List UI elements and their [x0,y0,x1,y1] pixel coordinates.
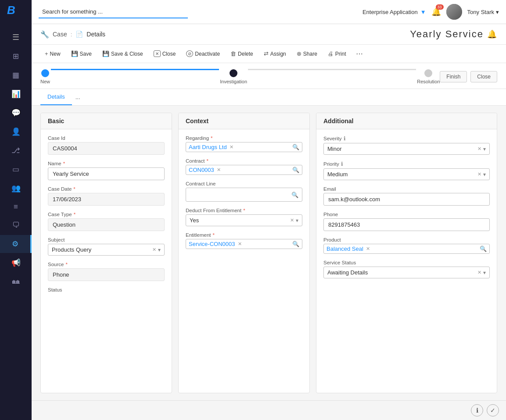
shield-bottom-icon[interactable]: ✓ [487,404,499,416]
case-id-field: Case Id CAS0004 [48,135,165,155]
contract-remove-icon[interactable]: ✕ [217,167,221,173]
form-area: Basic Case Id CAS0004 Name * [32,106,506,400]
app-logo[interactable]: B [7,4,25,22]
delete-button[interactable]: 🗑 Delete [226,48,258,59]
deactivate-button[interactable]: ⊘ Deactivate [182,48,224,59]
sidebar-item-reports[interactable]: 📊 [0,85,32,103]
deduct-clear-icon[interactable]: ✕ [290,217,294,223]
save-close-label: Save & Close [111,51,143,57]
entitlement-input[interactable]: Service-CON0003 ✕ 🔍 [186,239,302,249]
sidebar-item-settings[interactable]: ⚙ [0,235,32,253]
severity-select[interactable]: Minor ✕ ▾ [323,143,490,155]
product-input[interactable]: Balanced Seal ✕ 🔍 [323,244,490,254]
sidebar-item-dashboard[interactable]: ⊞ [0,47,32,65]
entitlement-search-icon[interactable]: 🔍 [292,241,299,247]
subject-clear-icon[interactable]: ✕ [152,247,156,253]
sidebar-item-list[interactable]: ≡ [0,198,32,216]
contract-input[interactable]: CON0003 ✕ 🔍 [186,165,302,175]
assign-button[interactable]: ⇄ Assign [259,48,291,59]
breadcrumb-view[interactable]: Details [86,31,105,38]
step-resolution[interactable]: Resolution [417,69,440,84]
name-field: Name * [48,161,165,180]
name-label: Name * [48,161,165,166]
severity-arrow-icon[interactable]: ▾ [483,146,486,152]
user-dropdown-arrow: ▾ [496,9,499,15]
info-bottom-icon[interactable]: ℹ [471,404,483,416]
app-selector[interactable]: Enterprise Application ▼ [362,9,426,15]
user-name[interactable]: Tony Stark ▾ [467,9,499,15]
product-tag: Balanced Seal ✕ [327,246,370,252]
phone-input[interactable] [323,218,490,231]
service-status-select[interactable]: Awaiting Details ✕ ▾ [323,267,490,278]
name-input[interactable] [48,167,165,180]
contract-search-icon[interactable]: 🔍 [292,167,299,173]
sidebar-item-team[interactable]: 👥 [0,179,32,197]
tab-more[interactable]: ... [72,89,84,105]
save-close-button[interactable]: 💾 Save & Close [98,48,147,59]
sidebar-item-people[interactable]: 🏘 [0,273,32,290]
status-label: Status [48,287,165,292]
contract-line-search-icon[interactable]: 🔍 [291,192,298,198]
sidebar-item-chat[interactable]: 💬 [0,104,32,122]
priority-clear-icon[interactable]: ✕ [477,171,481,177]
contract-line-input[interactable]: 🔍 [186,188,302,202]
step-investigation[interactable]: Investigation [220,69,247,84]
subject-select[interactable]: Products Query ✕ ▾ [48,244,165,256]
severity-info-icon[interactable]: ℹ [344,135,346,142]
priority-arrow-icon[interactable]: ▾ [483,171,486,178]
sidebar-item-user[interactable]: 👤 [0,123,32,141]
step-new[interactable]: New [40,69,50,84]
priority-value: Medium [327,171,477,178]
toolbar: + New 💾 Save 💾 Save & Close ✕ Close ⊘ [32,45,506,63]
priority-info-icon[interactable]: ℹ [341,161,343,167]
hamburger-menu-icon[interactable]: ☰ [0,29,32,46]
sidebar-item-git[interactable]: ⎇ [0,142,32,160]
subject-arrow-icon[interactable]: ▾ [158,247,161,253]
title-bar: 🔧 Case : 📄 Details Yearly Service 🔔 [32,24,506,45]
contract-line-label: Contract Line [186,181,302,186]
search-container [39,6,188,18]
contract-field: Contract * CON0003 ✕ 🔍 [186,158,302,175]
source-field: Source * Phone [48,262,165,281]
close-progress-button[interactable]: Close [470,71,497,82]
breadcrumb-entity: Case [53,31,67,38]
app-selector-label: Enterprise Application [362,9,418,15]
sidebar-item-wallet[interactable]: ▭ [0,160,32,178]
notification-button[interactable]: 🔔 33 [431,7,441,17]
severity-value: Minor [327,146,477,152]
sidebar-nav: ⊞ ▦ 📊 💬 👤 ⎇ ▭ 👥 ≡ 🗨 ⚙ 📢 🏘 [0,47,32,416]
contract-line-field: Contract Line 🔍 [186,181,302,202]
filter-icon[interactable]: ▼ [420,9,426,15]
service-status-clear-icon[interactable]: ✕ [477,270,481,275]
content-area: 🔧 Case : 📄 Details Yearly Service 🔔 + Ne… [32,24,506,420]
sidebar: B ☰ ⊞ ▦ 📊 💬 👤 ⎇ ▭ 👥 ≡ 🗨 ⚙ 📢 🏘 [0,0,32,420]
close-button[interactable]: ✕ Close [149,48,180,59]
regarding-remove-icon[interactable]: ✕ [230,144,233,150]
sidebar-item-msg[interactable]: 🗨 [0,217,32,234]
subject-value: Products Query [52,246,152,253]
finish-button[interactable]: Finish [440,71,467,82]
severity-clear-icon[interactable]: ✕ [477,146,481,152]
search-input[interactable] [39,6,188,18]
email-input[interactable] [323,193,490,206]
priority-select[interactable]: Medium ✕ ▾ [323,168,490,180]
regarding-search-icon[interactable]: 🔍 [292,144,299,150]
product-remove-icon[interactable]: ✕ [366,246,370,252]
save-button[interactable]: 💾 Save [67,48,96,59]
sidebar-item-calendar[interactable]: ▦ [0,66,32,84]
sidebar-item-megaphone[interactable]: 📢 [0,254,32,272]
save-label: Save [80,51,92,57]
product-search-icon[interactable]: 🔍 [480,246,487,252]
more-button[interactable]: ⋯ [352,47,366,60]
service-status-arrow-icon[interactable]: ▾ [483,270,486,276]
new-button[interactable]: + New [40,48,65,59]
step-circle-new [41,69,49,77]
deduct-select[interactable]: Yes ✕ ▾ [186,214,302,226]
avatar-image [446,4,462,20]
share-button[interactable]: ⊗ Share [292,48,322,59]
regarding-input[interactable]: Aarti Drugs Ltd ✕ 🔍 [186,142,302,152]
print-button[interactable]: 🖨 Print [323,48,351,59]
entitlement-remove-icon[interactable]: ✕ [238,241,242,247]
deduct-arrow-icon[interactable]: ▾ [296,217,298,224]
tab-details[interactable]: Details [40,89,72,105]
